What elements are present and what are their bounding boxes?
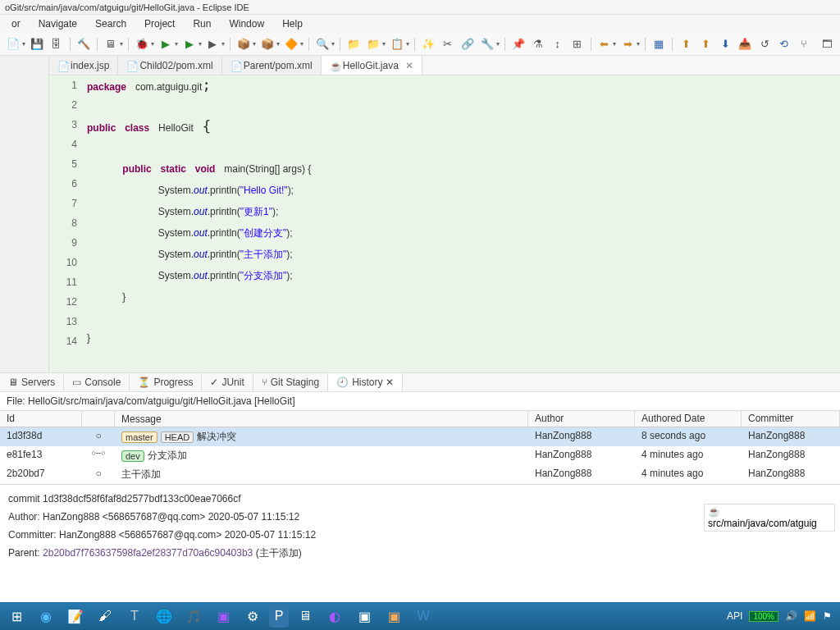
system-tray: API 100% 🔊 📶 ⚑ [727,610,837,622]
menubar: or Navigate Search Project Run Window He… [0,15,840,33]
nav-back-icon[interactable]: ⬅ [596,36,613,52]
tab-progress[interactable]: ⏳ Progress [130,373,202,391]
wand-icon[interactable]: ✨ [420,36,436,52]
cut-icon[interactable]: ✂ [440,36,456,52]
menu-search[interactable]: Search [87,16,135,31]
app-teamviewer[interactable]: ◉ [33,605,59,628]
xml-icon: 📄 [126,61,136,71]
save-all-icon[interactable]: 🗄 [48,36,65,52]
tab-index-jsp[interactable]: 📄index.jsp [49,56,118,75]
app-notepad[interactable]: 📝 [62,605,89,628]
merge-icon[interactable]: ⑂ [796,36,812,52]
pull-icon[interactable]: ⬇ [717,36,733,52]
menu-item[interactable]: or [3,16,29,31]
window-title: oGit/src/main/java/com/atguigu/git/Hello… [0,0,840,15]
tab-parent-pom[interactable]: 📄Parent/pom.xml [222,56,322,75]
line-gutter: 1234567891011121314 [49,75,84,372]
changed-file[interactable]: ☕ src/main/java/com/atguig [704,504,835,532]
app-orange[interactable]: ▣ [381,605,407,628]
coverage-icon[interactable]: ▶ [181,36,198,52]
link-icon[interactable]: 🔗 [459,36,476,52]
tab-hellogit[interactable]: ☕HelloGit.java✕ [322,56,422,75]
run-icon[interactable]: ▶ [158,36,174,52]
taskbar: ⊞ ◉ 📝 🖌 T 🌐 🎵 ▣ ⚙ P 🖥 ◐ ▣ ▣ W API 100% 🔊… [0,602,840,630]
perspective-icon[interactable]: 🗔 [819,36,835,52]
close-icon[interactable]: ✕ [386,377,394,388]
api-label: API [727,610,742,622]
menu-help[interactable]: Help [274,16,311,31]
menu-window[interactable]: Window [221,16,272,31]
table-row[interactable]: e81fe13 ○─○ dev分支添加 HanZong888 4 minutes… [0,446,840,465]
commit-icon[interactable]: ⬆ [678,36,694,52]
app-eclipse[interactable]: ◐ [322,605,348,628]
hammer-icon[interactable]: 🔨 [75,36,92,52]
folder-icon[interactable]: 📁 [345,36,362,52]
tab-child-pom[interactable]: 📄Child02/pom.xml [118,56,221,75]
stash-icon[interactable]: 📥 [737,36,753,52]
app-word[interactable]: W [410,605,436,628]
rebase-icon[interactable]: ⟲ [776,36,792,52]
table-row[interactable]: 1d3f38d ○ masterHEAD解决冲突 HanZong888 8 se… [0,427,840,446]
expand-icon[interactable]: ⊞ [569,36,586,52]
app-purple[interactable]: ▣ [210,605,236,628]
app-p[interactable]: P [269,605,289,628]
code-editor[interactable]: package com.atguigu.git; public class He… [84,75,840,372]
left-margin [0,56,49,372]
start-button[interactable]: ⊞ [3,605,30,628]
tools-icon[interactable]: 🔧 [479,36,495,52]
search-icon[interactable]: 🔍 [314,36,331,52]
tray-icon[interactable]: ⚑ [823,610,832,622]
app-music[interactable]: 🎵 [180,605,207,628]
commit-parent: Parent: 2b20bd7f763637598fa2ef28377d70a6… [8,544,832,562]
reset-icon[interactable]: ↺ [756,36,773,52]
app-monitor[interactable]: 🖥 [292,605,318,628]
folder2-icon[interactable]: 📁 [365,36,381,52]
editor-tabs: 📄index.jsp 📄Child02/pom.xml 📄Parent/pom.… [49,56,840,75]
new-icon[interactable]: 📄 [5,36,21,52]
tab-junit[interactable]: ✓ JUnit [202,373,253,391]
task-icon[interactable]: 📋 [389,36,405,52]
file-icon: 📄 [57,61,67,71]
table-row[interactable]: 2b20bd7 ○ 主干添加 HanZong888 4 minutes ago … [0,465,840,484]
run-last-icon[interactable]: ▶ [205,36,221,52]
pin-icon[interactable]: 📌 [510,36,527,52]
toolbar: 📄▾ 💾 🗄 🔨 🖥▾ 🐞▾ ▶▾ ▶▾ ▶▾ 📦▾ 📦▾ 🔶▾ 🔍▾ 📁 📁▾… [0,33,840,56]
save-icon[interactable]: 💾 [29,36,45,52]
grid-icon[interactable]: ▦ [651,36,667,52]
tab-servers[interactable]: 🖥 Servers [0,373,64,391]
tab-console[interactable]: ▭ Console [64,373,130,391]
battery-indicator[interactable]: 100% [749,611,778,622]
nav-fwd-icon[interactable]: ➡ [619,36,636,52]
app-chrome[interactable]: 🌐 [151,605,177,628]
history-table[interactable]: 1d3f38d ○ masterHEAD解决冲突 HanZong888 8 se… [0,427,840,484]
open-type-icon[interactable]: 🔶 [283,36,299,52]
debug-icon[interactable]: 🐞 [134,36,150,52]
history-header: Id Message Author Authored Date Committe… [0,411,840,427]
filter-icon[interactable]: ⚗ [530,36,546,52]
new-class-icon[interactable]: 📦 [259,36,276,52]
tab-git-staging[interactable]: ⑂ Git Staging [253,373,328,391]
menu-run[interactable]: Run [185,16,219,31]
close-icon[interactable]: ✕ [405,60,413,71]
menu-navigate[interactable]: Navigate [30,16,85,31]
app-brush[interactable]: 🖌 [92,605,118,628]
tray-icon[interactable]: 🔊 [785,610,797,622]
app-text[interactable]: T [121,605,148,628]
app-intellij[interactable]: ▣ [351,605,377,628]
tab-history[interactable]: 🕘 History ✕ [328,373,403,391]
server-icon[interactable]: 🖥 [103,36,119,52]
xml-icon: 📄 [231,61,240,71]
push-icon[interactable]: ⬆ [697,36,714,52]
history-file-path: File: HelloGit/src/main/java/com/atguigu… [0,392,840,411]
tray-icon[interactable]: 📶 [804,610,816,622]
java-icon: ☕ [330,61,340,71]
new-pkg-icon[interactable]: 📦 [235,36,252,52]
menu-project[interactable]: Project [136,16,183,31]
app-obs[interactable]: ⚙ [240,605,266,628]
bottom-views: 🖥 Servers ▭ Console ⏳ Progress ✓ JUnit ⑂… [0,372,840,392]
sort-icon[interactable]: ↕ [550,36,566,52]
